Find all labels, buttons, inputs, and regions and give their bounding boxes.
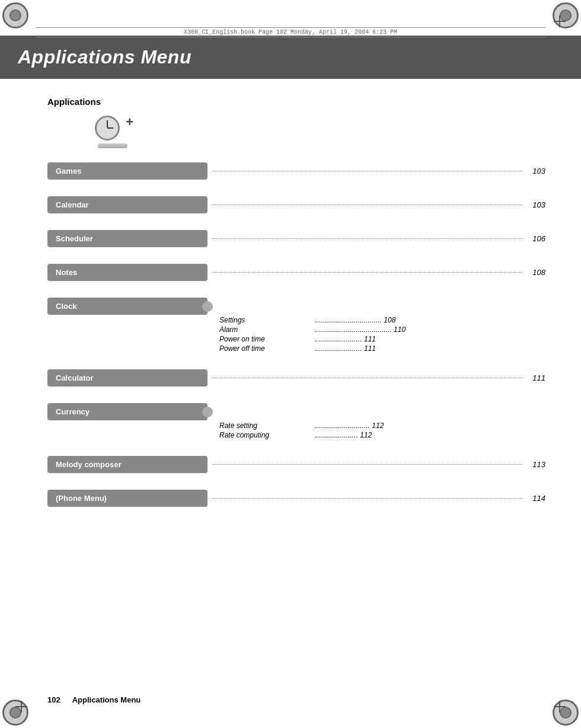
menu-label-melody-composer[interactable]: Melody composer bbox=[47, 456, 208, 473]
sub-item: Rate setting ...........................… bbox=[219, 422, 545, 430]
sub-item: Settings ...............................… bbox=[219, 316, 545, 324]
page-title: Applications Menu bbox=[18, 46, 563, 68]
menu-item-with-sub-clock: Clock Settings .........................… bbox=[47, 298, 545, 353]
main-content: Applications + Games 103 Calendar 103 Sc… bbox=[0, 79, 581, 541]
page-num-notes: 108 bbox=[528, 268, 545, 277]
sub-dots: ........................ bbox=[314, 335, 362, 343]
cross-decoration-br bbox=[554, 701, 566, 713]
app-icon-area: + bbox=[95, 116, 545, 151]
menu-item-row-clock: Clock bbox=[47, 298, 545, 315]
sub-item-label: Power on time bbox=[219, 335, 314, 343]
menu-item-calculator: Calculator 111 bbox=[47, 369, 545, 387]
sub-item: Alarm ..................................… bbox=[219, 325, 545, 334]
connector-clock bbox=[202, 301, 213, 312]
sub-dots: ...................... bbox=[314, 431, 357, 439]
sub-item: Rate computing ......................112 bbox=[219, 431, 545, 439]
sub-page-num: 111 bbox=[364, 344, 376, 353]
sub-page-num: 112 bbox=[372, 422, 384, 430]
menu-label-notes[interactable]: Notes bbox=[47, 264, 208, 281]
dotted-line-melody-composer bbox=[212, 464, 523, 465]
footer-title: Applications Menu bbox=[72, 695, 141, 704]
sub-dots: ....................................... bbox=[314, 325, 391, 334]
footer-page-num: 102 bbox=[47, 695, 60, 704]
sub-page-num: 108 bbox=[384, 316, 395, 324]
menu-label-calculator[interactable]: Calculator bbox=[47, 369, 208, 387]
menu-item-games: Games 103 bbox=[47, 162, 545, 180]
page-num-games: 103 bbox=[528, 167, 545, 175]
label-wrapper-clock: Clock bbox=[47, 298, 208, 315]
menu-container: Games 103 Calendar 103 Scheduler 106 Not… bbox=[47, 162, 545, 507]
menu-item-calendar: Calendar 103 bbox=[47, 196, 545, 213]
menu-item-melody-composer: Melody composer 113 bbox=[47, 456, 545, 473]
page-num-phone-menu: 114 bbox=[528, 494, 545, 503]
dotted-line-phone-menu bbox=[212, 498, 523, 499]
menu-label-calendar[interactable]: Calendar bbox=[47, 196, 208, 213]
sub-items-clock: Settings ...............................… bbox=[219, 316, 545, 353]
sub-page-num: 111 bbox=[364, 335, 376, 343]
corner-gear-tl bbox=[2, 2, 28, 28]
clock-face-icon bbox=[95, 116, 120, 141]
menu-item-phone-menu: (Phone Menu) 114 bbox=[47, 490, 545, 507]
section-title: Applications bbox=[47, 97, 545, 107]
sub-item: Power off time ........................1… bbox=[219, 344, 545, 353]
menu-label-currency[interactable]: Currency bbox=[47, 403, 208, 420]
header-bar: Applications Menu bbox=[0, 36, 581, 79]
page-num-melody-composer: 113 bbox=[528, 460, 545, 469]
dotted-line-calculator bbox=[212, 378, 523, 378]
sub-item-label: Power off time bbox=[219, 344, 314, 353]
dotted-line-calendar bbox=[212, 205, 523, 205]
file-info-bar: X300_CI_English.book Page 102 Monday, Ap… bbox=[36, 27, 545, 37]
menu-label-phone-menu[interactable]: (Phone Menu) bbox=[47, 490, 208, 507]
dotted-line-games bbox=[212, 171, 523, 171]
sub-item-label: Rate setting bbox=[219, 422, 314, 430]
sub-item-label: Settings bbox=[219, 316, 314, 324]
sub-item: Power on time ........................11… bbox=[219, 335, 545, 343]
sub-dots: ............................ bbox=[314, 422, 369, 430]
menu-item-scheduler: Scheduler 106 bbox=[47, 230, 545, 247]
app-icon: + bbox=[95, 116, 133, 148]
sub-dots: .................................. bbox=[314, 316, 381, 324]
sub-item-label: Alarm bbox=[219, 325, 314, 334]
menu-item-with-sub-currency: Currency Rate setting ..................… bbox=[47, 403, 545, 439]
dotted-line-scheduler bbox=[212, 238, 523, 239]
menu-label-games[interactable]: Games bbox=[47, 162, 208, 180]
sub-dots: ........................ bbox=[314, 344, 362, 353]
label-wrapper-currency: Currency bbox=[47, 403, 208, 420]
cross-decoration-tr bbox=[554, 15, 566, 27]
page-num-calculator: 111 bbox=[528, 373, 545, 382]
menu-item-row-currency: Currency bbox=[47, 403, 545, 420]
plus-icon: + bbox=[126, 116, 133, 129]
dotted-line-notes bbox=[212, 272, 523, 273]
page-num-calendar: 103 bbox=[528, 200, 545, 209]
menu-label-scheduler[interactable]: Scheduler bbox=[47, 230, 208, 247]
page-num-scheduler: 106 bbox=[528, 234, 545, 243]
sub-item-label: Rate computing bbox=[219, 431, 314, 439]
sub-items-currency: Rate setting ...........................… bbox=[219, 422, 545, 439]
icon-base bbox=[98, 143, 127, 148]
sub-page-num: 110 bbox=[394, 325, 406, 334]
menu-label-clock[interactable]: Clock bbox=[47, 298, 208, 315]
sub-page-num: 112 bbox=[360, 431, 372, 439]
menu-item-notes: Notes 108 bbox=[47, 264, 545, 281]
connector-currency bbox=[202, 407, 213, 417]
page-footer: 102 Applications Menu bbox=[47, 695, 545, 704]
cross-decoration-bl bbox=[15, 701, 27, 713]
